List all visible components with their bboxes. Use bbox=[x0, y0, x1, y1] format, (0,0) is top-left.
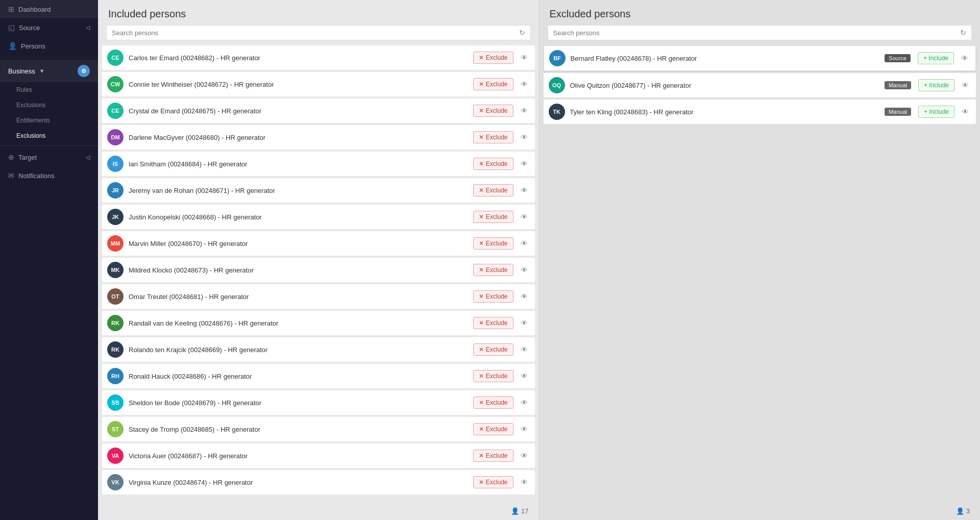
eye-button[interactable]: 👁 bbox=[519, 106, 530, 116]
person-name: Tyler ten Kling (00248683) - HR generato… bbox=[570, 108, 879, 116]
sidebar-item-source[interactable]: ◱ Source ◁ bbox=[0, 18, 98, 37]
person-name: Randall van de Keeling (00248676) - HR g… bbox=[129, 319, 468, 327]
person-name: Stacey de Tromp (00248685) - HR generato… bbox=[129, 426, 468, 433]
included-person-row: OT Omar Treutel (00248681) - HR generato… bbox=[102, 284, 535, 309]
eye-button[interactable]: 👁 bbox=[519, 451, 530, 461]
included-refresh-button[interactable]: ↻ bbox=[519, 29, 525, 37]
person-name: Marvin Miller (00248670) - HR generator bbox=[129, 240, 468, 247]
exclude-button[interactable]: ✕ Exclude bbox=[473, 450, 513, 462]
sidebar-item-entitlements[interactable]: Entitlements bbox=[0, 113, 98, 128]
exclude-button[interactable]: ✕ Exclude bbox=[473, 264, 513, 276]
eye-button[interactable]: 👁 bbox=[960, 80, 971, 90]
avatar: RK bbox=[107, 315, 124, 331]
exclude-button[interactable]: ✕ Exclude bbox=[473, 211, 513, 223]
target-chevron-icon: ◁ bbox=[86, 154, 90, 161]
eye-button[interactable]: 👁 bbox=[960, 107, 971, 117]
exclude-button[interactable]: ✕ Exclude bbox=[473, 397, 513, 409]
eye-button[interactable]: 👁 bbox=[519, 212, 530, 222]
source-icon: ◱ bbox=[8, 23, 15, 32]
excluded-refresh-button[interactable]: ↻ bbox=[960, 29, 966, 37]
included-count-footer: 👤 17 bbox=[98, 502, 539, 520]
sidebar-item-dashboard[interactable]: ⊞ Dashboard bbox=[0, 0, 98, 18]
avatar: CW bbox=[107, 76, 124, 92]
person-name: Olive Quitzon (00248677) - HR generator bbox=[570, 82, 879, 89]
included-person-row: RH Ronald Hauck (00248686) - HR generato… bbox=[102, 364, 535, 388]
eye-button[interactable]: 👁 bbox=[959, 53, 970, 63]
exclude-button[interactable]: ✕ Exclude bbox=[473, 105, 513, 117]
eye-button[interactable]: 👁 bbox=[519, 132, 530, 142]
business-chevron-icon: ▼ bbox=[39, 68, 45, 74]
badge: Manual bbox=[885, 108, 911, 116]
person-name: Mildred Klocko (00248673) - HR generator bbox=[129, 266, 468, 274]
included-count: 17 bbox=[521, 507, 528, 515]
eye-button[interactable]: 👁 bbox=[519, 79, 530, 89]
exclude-button[interactable]: ✕ Exclude bbox=[473, 343, 513, 356]
avatar: RH bbox=[107, 368, 124, 384]
eye-button[interactable]: 👁 bbox=[519, 185, 530, 195]
person-name: Rolando ten Krajcik (00248669) - HR gene… bbox=[129, 346, 468, 354]
exclude-button[interactable]: ✕ Exclude bbox=[473, 158, 513, 170]
included-search-input[interactable] bbox=[112, 29, 516, 37]
avatar: CE bbox=[107, 49, 124, 66]
excluded-persons-list: BF Bernard Flatley (00248678) - HR gener… bbox=[540, 45, 981, 502]
sidebar-label-business: Business bbox=[8, 67, 35, 75]
sidebar-item-rules[interactable]: Rules bbox=[0, 82, 98, 97]
sidebar-item-exclusions-main[interactable]: Exclusions bbox=[0, 128, 98, 143]
person-name: Ronald Hauck (00248686) - HR generator bbox=[129, 373, 468, 380]
sidebar-label-target: Target bbox=[18, 154, 37, 161]
eye-button[interactable]: 👁 bbox=[519, 53, 530, 63]
sidebar-label-exclusions-main: Exclusions bbox=[16, 132, 45, 139]
exclude-button[interactable]: ✕ Exclude bbox=[473, 370, 513, 382]
avatar: IS bbox=[107, 156, 124, 172]
avatar: SB bbox=[107, 394, 124, 411]
eye-button[interactable]: 👁 bbox=[519, 265, 530, 275]
person-name: Omar Treutel (00248681) - HR generator bbox=[129, 293, 468, 301]
sidebar-item-persons[interactable]: 👤 Persons bbox=[0, 37, 98, 55]
avatar: JR bbox=[107, 182, 124, 199]
exclude-button[interactable]: ✕ Exclude bbox=[473, 78, 513, 90]
eye-button[interactable]: 👁 bbox=[519, 291, 530, 302]
dashboard-icon: ⊞ bbox=[8, 5, 14, 13]
source-chevron-icon: ◁ bbox=[86, 24, 90, 31]
eye-button[interactable]: 👁 bbox=[519, 344, 530, 355]
eye-button[interactable]: 👁 bbox=[519, 424, 530, 434]
sidebar-label-persons: Persons bbox=[21, 42, 45, 50]
business-settings-icon[interactable]: ⚙ bbox=[78, 65, 90, 77]
include-button[interactable]: + Include bbox=[918, 79, 954, 91]
sidebar-item-target[interactable]: ⊕ Target ◁ bbox=[0, 148, 98, 166]
eye-button[interactable]: 👁 bbox=[519, 371, 530, 381]
sidebar-item-business[interactable]: Business ▼ ⚙ bbox=[0, 60, 98, 82]
sidebar-item-notifications[interactable]: ✉ Notifications bbox=[0, 166, 98, 185]
eye-button[interactable]: 👁 bbox=[519, 398, 530, 408]
eye-button[interactable]: 👁 bbox=[519, 159, 530, 169]
eye-button[interactable]: 👁 bbox=[519, 238, 530, 249]
included-person-row: JK Justin Konopelski (00248668) - HR gen… bbox=[102, 205, 535, 229]
badge: Source bbox=[885, 54, 911, 62]
sidebar: ⊞ Dashboard ◱ Source ◁ 👤 Persons Busines… bbox=[0, 0, 98, 520]
person-name: Ian Smitham (00248684) - HR generator bbox=[129, 160, 468, 168]
exclude-button[interactable]: ✕ Exclude bbox=[473, 476, 513, 488]
exclude-button[interactable]: ✕ Exclude bbox=[473, 52, 513, 64]
exclude-button[interactable]: ✕ Exclude bbox=[473, 317, 513, 329]
included-person-row: ST Stacey de Tromp (00248685) - HR gener… bbox=[102, 417, 535, 441]
include-button[interactable]: + Include bbox=[918, 52, 954, 64]
included-person-row: VA Victoria Auer (00248687) - HR generat… bbox=[102, 443, 535, 468]
eye-button[interactable]: 👁 bbox=[519, 477, 530, 487]
exclude-button[interactable]: ✕ Exclude bbox=[473, 237, 513, 250]
sidebar-item-exclusions-sub[interactable]: Exclusions bbox=[0, 97, 98, 113]
avatar: OQ bbox=[549, 77, 565, 93]
excluded-search-input[interactable] bbox=[553, 29, 958, 37]
eye-button[interactable]: 👁 bbox=[519, 318, 530, 328]
included-person-row: MK Mildred Klocko (00248673) - HR genera… bbox=[102, 258, 535, 282]
exclude-button[interactable]: ✕ Exclude bbox=[473, 423, 513, 435]
exclude-button[interactable]: ✕ Exclude bbox=[473, 290, 513, 303]
avatar: MK bbox=[107, 262, 124, 278]
include-button[interactable]: + Include bbox=[918, 106, 954, 118]
avatar: RK bbox=[107, 341, 124, 358]
avatar: DM bbox=[107, 129, 124, 145]
person-name: Darlene MacGyver (00248680) - HR generat… bbox=[129, 134, 468, 141]
sidebar-label-entitlements: Entitlements bbox=[16, 117, 50, 124]
excluded-count: 3 bbox=[966, 507, 970, 515]
exclude-button[interactable]: ✕ Exclude bbox=[473, 184, 513, 196]
exclude-button[interactable]: ✕ Exclude bbox=[473, 131, 513, 143]
